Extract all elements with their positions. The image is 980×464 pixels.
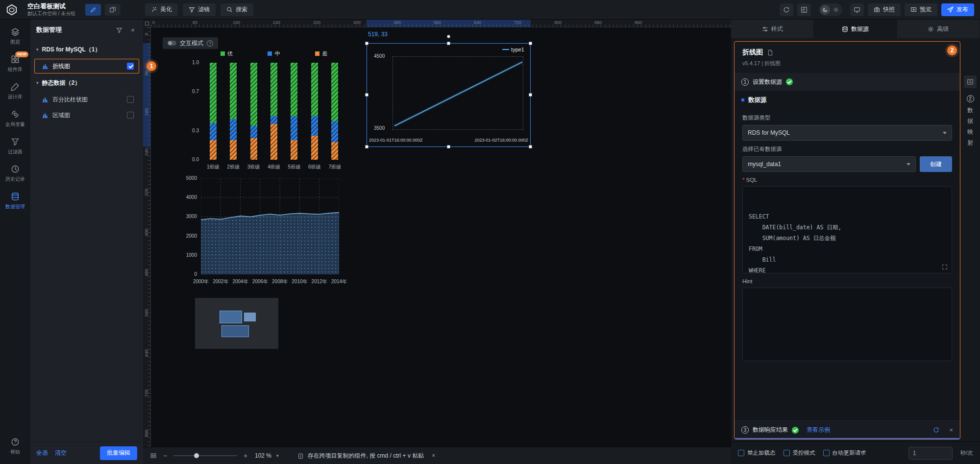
resize-handle-n[interactable] (447, 42, 450, 45)
data-response-section[interactable]: 3 数据响应结果 查看示例 × (735, 420, 960, 439)
resize-handle-se[interactable] (529, 145, 532, 148)
theme-toggle[interactable] (819, 3, 842, 16)
resize-handle-s[interactable] (447, 145, 450, 148)
item-checkbox[interactable] (127, 112, 134, 119)
rail-item-database[interactable]: 数据管理 (0, 187, 30, 215)
rail-item-funnel[interactable]: 过滤器 (0, 132, 30, 160)
close-panel-icon[interactable]: × (128, 26, 137, 34)
ruler-origin-toggle[interactable] (143, 20, 151, 27)
rotate-handle[interactable] (447, 35, 450, 38)
datasource-select[interactable]: mysql_data1 (742, 156, 916, 172)
search-button[interactable]: 搜索 (220, 3, 253, 16)
tree-item[interactable]: 区域图 (34, 108, 139, 122)
gear-icon (928, 26, 934, 32)
rail-item-help[interactable]: 帮助 (0, 433, 30, 460)
data-mapping-strip[interactable]: 2 数据映射 (960, 41, 980, 440)
publish-label: 发布 (956, 5, 968, 14)
publish-screen-button[interactable] (850, 3, 864, 16)
rail-item-history[interactable]: 历史记录 (0, 160, 30, 187)
data-management-panel: 数据管理 × ▾RDS for MySQL（1）折线图1▾静态数据（2）百分比柱… (30, 20, 143, 464)
bar-segment (291, 116, 297, 141)
moon-icon (820, 5, 830, 15)
option-checkbox[interactable] (784, 450, 790, 456)
paste-hint-message: 存在跨项目复制的组件, 按 cmd / ctrl + v 粘贴 × (297, 452, 436, 460)
zoom-slider[interactable] (173, 452, 237, 459)
bar-segment (311, 136, 318, 160)
zoom-preset-caret[interactable]: ▾ (276, 453, 279, 458)
tab-样式[interactable]: 样式 (731, 20, 814, 38)
layout-grid-button[interactable] (797, 3, 811, 16)
sql-line: FROM (749, 244, 946, 254)
line-chart-widget-selected[interactable]: 519, 33 type1 4500 3500 2023-01-01T16:00… (367, 43, 531, 147)
resize-handle-nw[interactable] (365, 42, 368, 45)
stacked-bar-chart-widget[interactable]: 优中差1.00.70.30.01班级2班级3班级4班级5班级6班级7班级 (185, 50, 347, 176)
widget-title: 折线图 (742, 48, 763, 57)
clear-link[interactable]: 清空 (55, 449, 67, 457)
step-set-datasource[interactable]: 1 设置数据源 (735, 73, 960, 91)
document-icon[interactable] (767, 49, 773, 56)
minimap-thumbnail[interactable] (195, 298, 278, 349)
option-禁止加载态[interactable]: 禁止加载态 (738, 449, 776, 457)
tree-group-header[interactable]: ▾静态数据（2） (30, 74, 143, 91)
option-checkbox[interactable] (823, 450, 830, 456)
resize-handle-e[interactable] (529, 93, 532, 97)
zoom-in-button[interactable]: + (242, 452, 249, 460)
rail-item-variables[interactable]: 全局变量 (0, 105, 30, 132)
resize-handle-w[interactable] (365, 93, 368, 97)
mapping-icon[interactable] (964, 75, 977, 88)
select-all-link[interactable]: 全选 (36, 449, 48, 457)
history-rollback-button[interactable] (780, 3, 793, 16)
sql-editor[interactable]: SELECT DATE(bill_date) AS 日期, SUM(amount… (742, 186, 952, 273)
snapshot-button[interactable]: 快照 (868, 3, 901, 16)
tree-group-header[interactable]: ▾RDS for MySQL（1） (30, 41, 143, 58)
rail-item-design[interactable]: 设计库 (0, 77, 30, 105)
line-series (393, 57, 524, 130)
area-chart-widget[interactable]: 5000400030002000100002000年2002年2004年2006… (181, 175, 343, 289)
bar (230, 63, 237, 160)
create-datasource-button[interactable]: 创建 (920, 156, 952, 172)
preview-button[interactable]: 预览 (905, 3, 937, 16)
interval-input[interactable] (908, 447, 953, 460)
dismiss-message-icon[interactable]: × (432, 452, 435, 459)
option-受控模式[interactable]: 受控模式 (784, 449, 815, 457)
edit-mode-button[interactable] (85, 4, 101, 16)
interact-mode-toggle[interactable]: 交互模式 ? (163, 37, 218, 49)
rail-item-components[interactable]: 组件库NEW (0, 50, 30, 77)
ruler-number: 480 (144, 269, 149, 276)
item-checkbox[interactable] (127, 63, 134, 70)
datasource-type-select[interactable]: RDS for MySQL (742, 125, 952, 141)
chevron-down-icon (943, 132, 947, 134)
zoom-level[interactable]: 102 % (255, 452, 271, 459)
filter-button[interactable]: 滤镜 (183, 3, 216, 16)
panel-filter-icon[interactable] (115, 27, 123, 33)
option-自动更新请求[interactable]: 自动更新请求 (823, 449, 866, 457)
publish-button[interactable]: 发布 (941, 3, 974, 16)
tree-item[interactable]: 百分比柱状图 (34, 92, 139, 107)
app-logo[interactable] (0, 0, 24, 20)
zoom-out-button[interactable]: − (162, 452, 169, 460)
rail-item-layers[interactable]: 图层 (0, 23, 30, 50)
tab-数据源[interactable]: 数据源 (814, 20, 897, 38)
resize-handle-ne[interactable] (529, 42, 532, 45)
resize-handle-sw[interactable] (365, 145, 368, 148)
option-checkbox[interactable] (738, 450, 744, 456)
required-asterisk: * (742, 177, 744, 183)
minimap-widget-block (220, 311, 242, 323)
tree-item[interactable]: 折线图1 (34, 59, 139, 73)
hint-input[interactable] (742, 288, 952, 361)
item-checkbox[interactable] (127, 96, 134, 103)
vertical-ruler[interactable]: 080160240320400480560640720800 (143, 27, 151, 447)
fit-screen-icon[interactable] (150, 452, 157, 459)
tab-高级[interactable]: 高级 (897, 20, 980, 38)
expand-icon[interactable] (942, 264, 948, 270)
beautify-button[interactable]: 美化 (145, 3, 178, 16)
view-example-link[interactable]: 查看示例 (807, 426, 830, 434)
batch-edit-button[interactable]: 批量编辑 (100, 446, 137, 460)
close-result-icon[interactable]: × (949, 426, 953, 434)
slider-knob[interactable] (194, 453, 199, 458)
area-plot (201, 178, 339, 274)
horizontal-ruler[interactable]: 080160240320400480560640720800880960 (151, 20, 731, 27)
page-config-button[interactable] (105, 4, 121, 16)
refresh-icon[interactable] (933, 427, 939, 433)
stage[interactable]: 交互模式 ? 优中差1.00.70.30.01班级2班级3班级4班级5班级6班级… (151, 27, 731, 447)
